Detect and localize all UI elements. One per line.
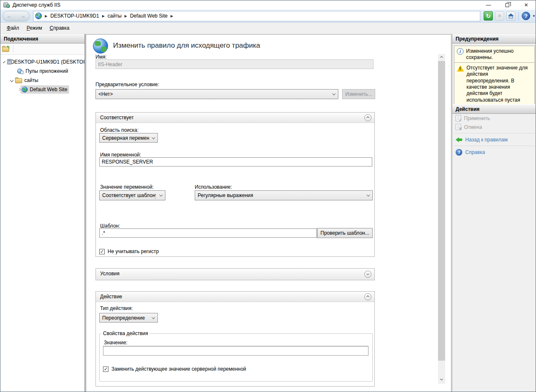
collapse-section-button[interactable] (364, 114, 371, 121)
vertical-scrollbar[interactable] (438, 54, 445, 384)
action-section: Действие Тип действия: Переопределение С… (95, 291, 375, 387)
precondition-select[interactable]: <Нет> (95, 89, 338, 99)
chevron-down-icon (366, 272, 369, 275)
title-bar: Диспетчер служб IIS — ✕ (0, 0, 536, 10)
pattern-input[interactable] (99, 228, 317, 238)
info-icon: i (457, 48, 464, 55)
menu-bar: Файл Режим Справка (0, 23, 536, 34)
tree-item-label: Default Web Site (30, 87, 67, 92)
help-button[interactable]: ? (522, 12, 530, 20)
ignore-case-checkbox[interactable]: ✓ (99, 249, 105, 254)
pattern-label: Шаблон: (100, 223, 120, 229)
action-properties-group: Свойства действия Значение: ✓ Заменить д… (99, 331, 373, 382)
replace-checkbox-row[interactable]: ✓ Заменить действующее значение серверно… (103, 366, 246, 372)
home-icon (508, 13, 514, 18)
crumb-arrow-icon: ▶ (102, 14, 105, 18)
tree-item-label: DESKTOP-U1MK9D1 (DESKTOI (11, 59, 85, 65)
variable-value-select[interactable]: Соответствует шаблону (99, 190, 165, 200)
collapse-section-button[interactable] (364, 293, 371, 300)
tree-item-label: сайты (24, 77, 39, 83)
create-connection-icon[interactable]: ↰ (2, 46, 10, 52)
scope-label: Область поиска: (100, 127, 139, 133)
toolbar-separator (13, 45, 13, 53)
expand-section-button[interactable] (364, 271, 371, 278)
breadcrumb: ▶ DESKTOP-U1MK9D1 ▶ сайты ▶ Default Web … (33, 11, 480, 21)
variable-name-input[interactable] (99, 157, 372, 167)
info-text: Изменения успешно сохранены. (466, 48, 532, 61)
menu-help[interactable]: Справка (46, 23, 73, 33)
restore-icon (505, 3, 509, 7)
chevron-down-icon (366, 193, 370, 196)
crumb-arrow-icon: ▶ (45, 14, 47, 18)
variable-value-value: Соответствует шаблону (102, 192, 156, 198)
breadcrumb-sites[interactable]: сайты (108, 13, 122, 19)
server-icon (7, 59, 8, 65)
restore-button[interactable] (498, 0, 517, 10)
scroll-down-button[interactable] (438, 377, 445, 384)
scope-select[interactable]: Серверная переменн (99, 133, 158, 143)
ignore-case-checkbox-row[interactable]: ✓ Не учитывать регистр (99, 249, 159, 254)
help-action[interactable]: ? Справка (452, 148, 536, 156)
connections-tree: DESKTOP-U1MK9D1 (DESKTOI Пулы приложений… (0, 55, 85, 94)
back-to-rules-action[interactable]: Назад к правилам (452, 135, 536, 144)
chevron-down-icon (152, 315, 155, 319)
tree-item-sites[interactable]: сайты (0, 76, 85, 85)
variable-value-label: Значение переменной: (100, 184, 154, 190)
breadcrumb-default-web-site[interactable]: Default Web Site (130, 13, 168, 19)
expander-open-icon[interactable] (10, 79, 13, 82)
replace-checkbox[interactable]: ✓ (103, 366, 108, 372)
back-arrow-icon (456, 137, 462, 142)
action-section-title: Действие (100, 294, 122, 300)
sites-folder-icon (15, 77, 22, 83)
test-pattern-button[interactable]: Проверить шаблон... (317, 228, 373, 238)
menu-view[interactable]: Режим (23, 23, 46, 33)
scrollbar-thumb[interactable] (438, 61, 445, 361)
tree-item-label: Пулы приложений (26, 68, 68, 74)
cancel-icon: ✕ (456, 124, 461, 130)
tree-item-app-pools[interactable]: Пулы приложений (0, 67, 85, 76)
expander-open-icon[interactable] (3, 61, 5, 63)
help-link[interactable]: Справка (465, 149, 485, 155)
page-globe-icon (93, 38, 108, 54)
back-nav-icon[interactable]: ← (7, 13, 13, 19)
connections-toolbar: ↰ (0, 44, 85, 55)
chevron-down-icon (152, 136, 155, 139)
name-input (95, 59, 374, 69)
edit-precondition-button: Изменить... (342, 89, 375, 99)
apply-label: Применить (464, 115, 490, 121)
scope-value: Серверная переменн (102, 135, 149, 141)
home-button[interactable] (506, 11, 515, 20)
help-dropdown-caret-icon[interactable]: ▼ (532, 14, 536, 18)
crumb-arrow-icon: ▶ (124, 14, 127, 18)
forward-nav-icon[interactable]: → (20, 13, 26, 19)
tree-item-server[interactable]: DESKTOP-U1MK9D1 (DESKTOI (0, 57, 85, 67)
app-icon (3, 2, 10, 8)
match-section-header: Соответствует (96, 113, 374, 123)
chevron-down-icon (332, 92, 335, 95)
actions-separator (454, 146, 535, 146)
refresh-button[interactable]: ↻ (484, 11, 493, 20)
globe-icon[interactable] (35, 13, 42, 19)
action-value-label: Значение: (104, 340, 128, 346)
apply-action: ✓ Применить (452, 114, 536, 123)
action-section-header: Действие (96, 292, 374, 302)
scroll-up-button[interactable] (438, 54, 445, 61)
warnings-header: Предупреждения (452, 34, 536, 44)
stop-button: ✕ (495, 11, 504, 20)
chevron-up-icon (366, 116, 369, 119)
match-section: Соответствует Область поиска: Серверная … (95, 112, 375, 257)
back-to-rules-link[interactable]: Назад к правилам (465, 137, 508, 143)
close-button[interactable]: ✕ (517, 0, 536, 10)
breadcrumb-server[interactable]: DESKTOP-U1MK9D1 (50, 13, 99, 19)
action-value-input[interactable] (103, 346, 368, 356)
menu-file[interactable]: Файл (3, 23, 23, 33)
warning-text: Отсутствует значение для действия переоп… (466, 65, 532, 110)
action-type-select[interactable]: Переопределение (99, 313, 158, 323)
minimize-button[interactable]: — (479, 0, 498, 10)
iis-manager-window: { "window": { "title": "Диспетчер служб … (0, 0, 536, 392)
actions-header: Действия (452, 104, 536, 114)
name-label: Имя: (95, 54, 107, 60)
usage-select[interactable]: Регулярные выражения (195, 190, 373, 200)
tree-item-default-web-site[interactable]: Default Web Site (0, 85, 85, 94)
ignore-case-label: Не учитывать регистр (108, 249, 159, 254)
